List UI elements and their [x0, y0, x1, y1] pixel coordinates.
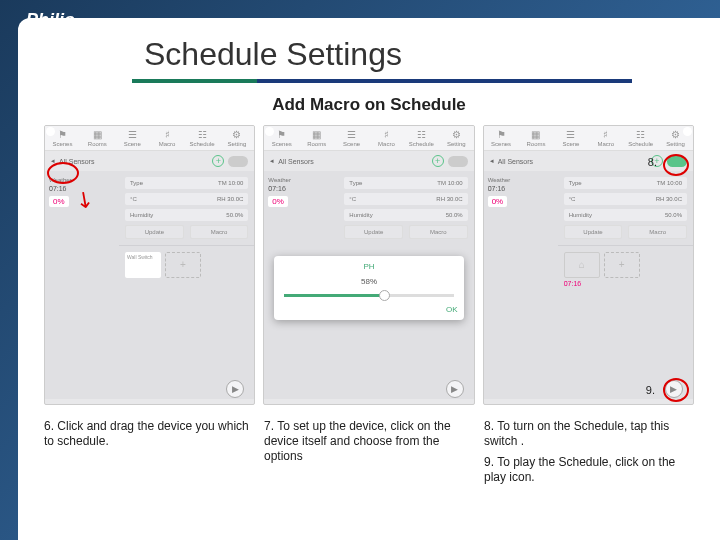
schedule-toggle[interactable] [228, 156, 248, 167]
slider-knob[interactable] [379, 290, 390, 301]
device-popup: PH 58% OK [274, 256, 463, 320]
nav-scene[interactable]: ☰Scene [115, 126, 150, 150]
pct-label: 0% [49, 196, 69, 207]
title-underline [132, 79, 632, 83]
rooms-icon: ▦ [80, 130, 115, 140]
nav-setting[interactable]: ⚙Setting [219, 126, 254, 150]
nav-macro[interactable]: ♯Macro [150, 126, 185, 150]
brightness-slider[interactable] [284, 294, 453, 297]
nav-rooms[interactable]: ▦Rooms [80, 126, 115, 150]
macro-button[interactable]: Macro [190, 225, 249, 239]
caption-89: 8. To turn on the Schedule, tap this swi… [484, 419, 694, 491]
caption-7: 7. To set up the device, click on the de… [264, 419, 474, 491]
annotation-8: 8. [648, 156, 657, 168]
gear-icon: ⚙ [219, 130, 254, 140]
annotation-9: 9. [646, 384, 655, 396]
screenshot-7: ⚑Scenes ▦Rooms ☰Scene ♯Macro ☷Schedule ⚙… [263, 125, 474, 405]
add-icon[interactable]: + [212, 155, 224, 167]
update-button[interactable]: Update [125, 225, 184, 239]
subtitle: Add Macro on Schedule [42, 95, 696, 115]
popup-percent: 58% [280, 277, 457, 286]
annotation-circle [47, 162, 79, 184]
schedule-icon: ☷ [185, 130, 220, 140]
add-tile[interactable]: + [165, 252, 201, 278]
annotation-circle-9 [663, 378, 689, 402]
caption-6: 6. Click and drag the device you which t… [44, 419, 254, 491]
captions-row: 6. Click and drag the device you which t… [42, 419, 696, 491]
field-row: Humidity50.0% [125, 209, 248, 221]
field-row: TypeTM 10:00 [125, 177, 248, 189]
device-tile[interactable]: Wall Switch [125, 252, 161, 278]
screenshot-6: ⚑Scenes ▦Rooms ☰Scene ♯Macro ☷Schedule ⚙… [44, 125, 255, 405]
nav-schedule[interactable]: ☷Schedule [185, 126, 220, 150]
device-track[interactable]: Wall Switch + [125, 252, 248, 278]
screenshots-row: ⚑Scenes ▦Rooms ☰Scene ♯Macro ☷Schedule ⚙… [42, 125, 696, 405]
scene-icon: ☰ [115, 130, 150, 140]
page-title: Schedule Settings [144, 36, 402, 73]
screenshot-8: ⚑Scenes ▦Rooms ☰Scene ♯Macro ☷Schedule ⚙… [483, 125, 694, 405]
logo: Philio [26, 10, 75, 31]
slide: Schedule Settings Add Macro on Schedule … [18, 18, 720, 540]
annotation-circle-8 [663, 154, 689, 176]
app-nav: ⚑Scenes ▦Rooms ☰Scene ♯Macro ☷Schedule ⚙… [45, 126, 254, 151]
field-row: °CRH 30.0C [125, 193, 248, 205]
ok-button[interactable]: OK [280, 305, 457, 314]
macro-icon: ♯ [150, 130, 185, 140]
sensors-label[interactable]: All Sensors [59, 158, 208, 165]
popup-title: PH [280, 262, 457, 271]
